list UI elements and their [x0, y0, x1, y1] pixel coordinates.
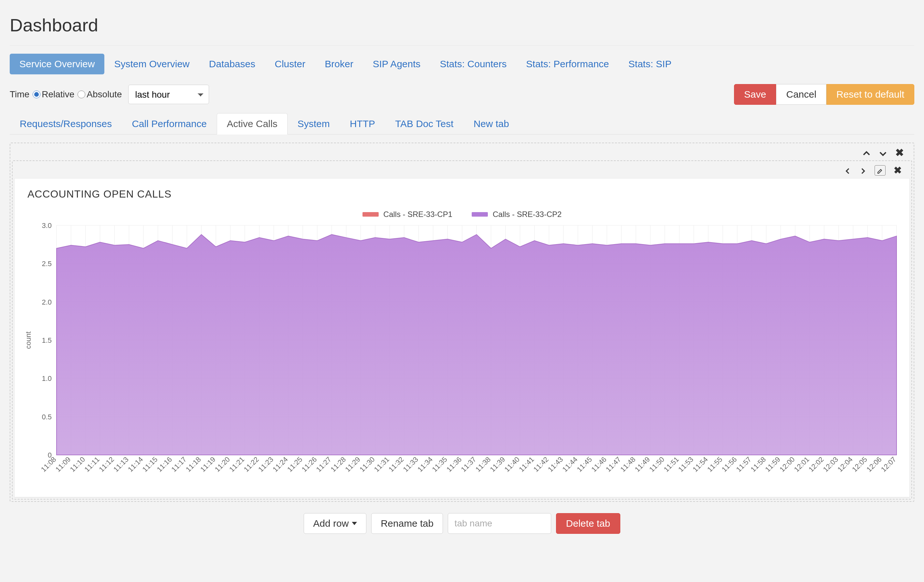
svg-text:11:49: 11:49 [633, 455, 652, 474]
svg-text:12:03: 12:03 [822, 455, 840, 474]
svg-text:11:17: 11:17 [170, 455, 188, 474]
top-tab-service-overview[interactable]: Service Overview [10, 54, 104, 74]
svg-text:11:21: 11:21 [228, 455, 246, 474]
svg-text:11:36: 11:36 [445, 455, 463, 474]
reset-button[interactable]: Reset to default [827, 84, 914, 105]
svg-text:11:14: 11:14 [126, 455, 145, 474]
svg-text:11:31: 11:31 [373, 455, 391, 474]
chart-svg: 00.51.01.52.02.53.0count11:0811:0911:101… [21, 222, 903, 481]
svg-text:11:30: 11:30 [358, 455, 376, 474]
svg-text:11:19: 11:19 [199, 455, 217, 474]
svg-text:12:07: 12:07 [879, 455, 898, 474]
svg-text:11:42: 11:42 [532, 455, 550, 474]
add-row-label: Add row [313, 518, 348, 529]
sub-tab-tab-doc-test[interactable]: TAB Doc Test [385, 113, 464, 134]
sub-tab-new-tab[interactable]: New tab [464, 113, 519, 134]
svg-text:1.0: 1.0 [42, 374, 52, 382]
legend-label: Calls - SRE-33-CP1 [383, 210, 452, 219]
top-tab-stats-counters[interactable]: Stats: Counters [430, 54, 516, 74]
svg-text:11:57: 11:57 [735, 455, 753, 474]
sub-tab-system[interactable]: System [287, 113, 340, 134]
legend-swatch [472, 212, 488, 217]
svg-text:11:38: 11:38 [474, 455, 492, 474]
svg-text:11:22: 11:22 [242, 455, 261, 474]
top-tab-sip-agents[interactable]: SIP Agents [363, 54, 430, 74]
svg-text:0.5: 0.5 [42, 413, 52, 421]
time-absolute-radio[interactable]: Absolute [78, 89, 122, 99]
svg-text:11:47: 11:47 [604, 455, 622, 474]
row-close-icon[interactable]: ✖ [895, 147, 904, 158]
svg-text:11:25: 11:25 [285, 455, 304, 474]
row-collapse-up-icon[interactable] [862, 147, 871, 158]
svg-text:11:58: 11:58 [749, 455, 767, 474]
top-tab-broker[interactable]: Broker [315, 54, 363, 74]
svg-text:11:18: 11:18 [184, 455, 203, 474]
svg-text:11:45: 11:45 [576, 455, 594, 474]
delete-tab-button[interactable]: Delete tab [556, 513, 620, 534]
sub-tab-active-calls[interactable]: Active Calls [217, 113, 287, 134]
sub-tab-http[interactable]: HTTP [340, 113, 385, 134]
top-tab-system-overview[interactable]: System Overview [104, 54, 199, 74]
time-range-select[interactable]: last hour [128, 85, 209, 104]
time-absolute-label: Absolute [87, 89, 122, 99]
svg-text:11:33: 11:33 [402, 455, 420, 474]
svg-text:count: count [24, 331, 32, 349]
top-tab-databases[interactable]: Databases [199, 54, 265, 74]
svg-text:12:02: 12:02 [807, 455, 825, 474]
panel-edit-icon[interactable] [874, 165, 886, 175]
svg-text:12:00: 12:00 [778, 455, 796, 474]
cancel-button[interactable]: Cancel [776, 84, 826, 105]
tab-name-input[interactable] [448, 513, 551, 534]
add-row-button[interactable]: Add row [304, 513, 366, 534]
svg-text:11:13: 11:13 [112, 455, 130, 474]
svg-text:11:29: 11:29 [343, 455, 362, 474]
legend-swatch [363, 212, 379, 217]
svg-text:11:50: 11:50 [648, 455, 666, 474]
svg-text:12:04: 12:04 [836, 455, 854, 474]
time-relative-radio[interactable]: Relative [33, 89, 74, 99]
svg-text:11:16: 11:16 [155, 455, 174, 474]
save-button[interactable]: Save [734, 84, 776, 105]
chart-legend: Calls - SRE-33-CP1Calls - SRE-33-CP2 [21, 210, 903, 219]
legend-item[interactable]: Calls - SRE-33-CP2 [472, 210, 561, 219]
svg-text:11:10: 11:10 [68, 455, 87, 474]
svg-text:12:05: 12:05 [850, 455, 869, 474]
top-tab-stats-sip[interactable]: Stats: SIP [619, 54, 681, 74]
top-tab-cluster[interactable]: Cluster [265, 54, 315, 74]
svg-text:12:06: 12:06 [865, 455, 883, 474]
sub-tab-call-performance[interactable]: Call Performance [122, 113, 217, 134]
svg-text:11:55: 11:55 [706, 455, 724, 474]
svg-text:11:41: 11:41 [517, 455, 536, 474]
sub-tabs: Requests/ResponsesCall PerformanceActive… [10, 113, 914, 134]
svg-text:11:34: 11:34 [416, 455, 434, 474]
time-relative-label: Relative [42, 89, 74, 99]
svg-text:11:56: 11:56 [720, 455, 739, 474]
svg-text:11:43: 11:43 [546, 455, 565, 474]
rename-tab-button[interactable]: Rename tab [371, 513, 442, 534]
chart-title: ACCOUNTING OPEN CALLS [21, 188, 903, 210]
row-expand-down-icon[interactable] [879, 147, 887, 158]
svg-text:12:01: 12:01 [792, 455, 811, 474]
svg-text:11:32: 11:32 [387, 455, 406, 474]
sub-tab-requests-responses[interactable]: Requests/Responses [10, 113, 122, 134]
panel-next-icon[interactable] [860, 165, 866, 175]
top-tab-stats-performance[interactable]: Stats: Performance [516, 54, 619, 74]
panel-close-icon[interactable]: ✖ [894, 165, 902, 175]
svg-text:11:26: 11:26 [300, 455, 318, 474]
svg-text:3.0: 3.0 [42, 222, 52, 230]
svg-text:11:15: 11:15 [141, 455, 159, 474]
svg-text:11:28: 11:28 [329, 455, 347, 474]
top-tabs: Service OverviewSystem OverviewDatabases… [10, 54, 914, 74]
svg-text:11:09: 11:09 [54, 455, 73, 474]
svg-text:11:59: 11:59 [764, 455, 782, 474]
svg-text:2.0: 2.0 [42, 298, 52, 306]
svg-text:11:46: 11:46 [590, 455, 608, 474]
svg-text:11:54: 11:54 [691, 455, 710, 474]
svg-text:11:35: 11:35 [430, 455, 449, 474]
svg-text:11:27: 11:27 [315, 455, 333, 474]
panel-prev-icon[interactable] [844, 165, 851, 175]
svg-text:11:37: 11:37 [459, 455, 478, 474]
svg-text:2.5: 2.5 [42, 260, 52, 268]
legend-item[interactable]: Calls - SRE-33-CP1 [363, 210, 452, 219]
caret-down-icon [352, 522, 357, 525]
